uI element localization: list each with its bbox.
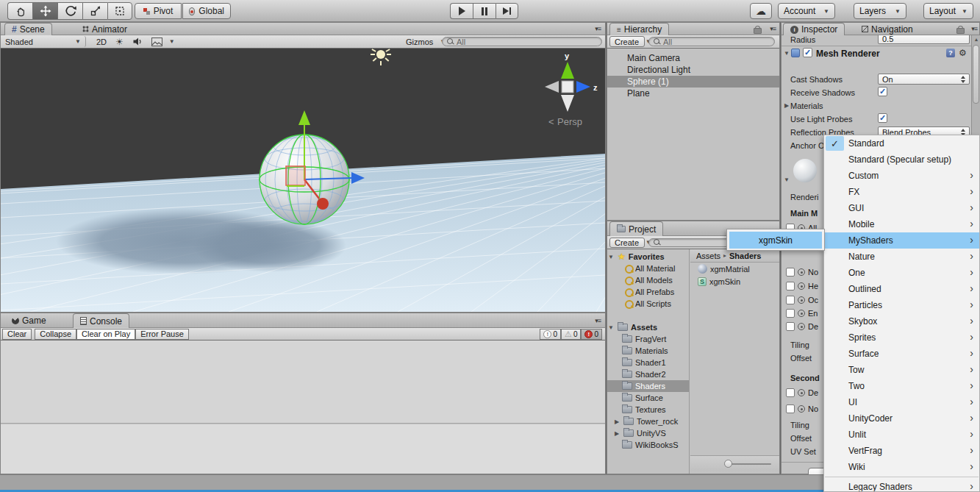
hierarchy-item-directional-light[interactable]: Directional Light <box>607 64 779 76</box>
foldout-closed-icon[interactable]: ▶ <box>613 418 620 425</box>
cloud-button[interactable]: ☁ <box>750 3 772 19</box>
error-counter[interactable]: !0 <box>581 329 602 340</box>
menu-item-unlit[interactable]: Unlit <box>824 427 979 443</box>
menu-item-particles[interactable]: Particles <box>824 297 979 313</box>
audio-toggle[interactable] <box>128 36 147 47</box>
foldout-open-icon[interactable]: ▼ <box>783 177 790 183</box>
clear-button[interactable]: Clear <box>2 329 32 340</box>
texture-picker-icon[interactable] <box>798 405 805 413</box>
info-counter[interactable]: !0 <box>540 329 561 340</box>
menu-item-sprites[interactable]: Sprites <box>824 329 979 346</box>
panel-menu-icon[interactable]: ▾≡ <box>595 25 601 32</box>
favorite-all-scripts[interactable]: All Scripts <box>607 298 689 310</box>
foldout-open-icon[interactable]: ▼ <box>607 324 615 331</box>
hierarchy-item-sphere[interactable]: Sphere (1) <box>607 76 779 88</box>
breadcrumb-root[interactable]: Assets <box>696 252 720 260</box>
menu-item-custom[interactable]: Custom <box>824 168 979 184</box>
hierarchy-item-plane[interactable]: Plane <box>607 88 779 99</box>
menu-item-mobile[interactable]: Mobile <box>824 216 979 232</box>
scale-tool-button[interactable] <box>82 2 107 20</box>
folder-fragvert[interactable]: FragVert <box>607 333 689 345</box>
scene-viewport[interactable]: y z < Persp <box>1 49 605 312</box>
tab-navigation[interactable]: Navigation <box>855 23 920 35</box>
rotate-tool-button[interactable] <box>57 2 82 20</box>
menu-item-one[interactable]: One <box>824 265 979 281</box>
folder-materials[interactable]: Materials <box>607 345 689 357</box>
texture-picker-icon[interactable] <box>798 323 805 330</box>
favorite-all-materials[interactable]: All Material <box>607 263 689 274</box>
menu-item-fx[interactable]: FX <box>824 184 979 200</box>
foldout-open-icon[interactable]: ▼ <box>607 254 615 260</box>
tab-inspector[interactable]: iInspector <box>783 23 845 35</box>
help-icon[interactable]: ? <box>946 49 955 57</box>
texture-checkbox[interactable] <box>786 388 795 397</box>
component-enabled-checkbox[interactable]: ✓ <box>803 48 812 57</box>
material-preview-sphere[interactable] <box>793 159 817 182</box>
tab-console[interactable]: Console <box>73 313 129 328</box>
menu-item-skybox[interactable]: Skybox <box>824 313 979 329</box>
menu-item-ui[interactable]: UI <box>824 394 979 410</box>
layers-dropdown[interactable]: Layers▼ <box>854 3 906 19</box>
project-create-button[interactable]: Create▼ <box>609 238 645 248</box>
menu-item-legacy-shaders[interactable]: Legacy Shaders <box>824 479 979 492</box>
menu-item-gui[interactable]: GUI <box>824 200 979 216</box>
console-detail-area[interactable] <box>1 424 605 474</box>
foldout-open-icon[interactable]: ▼ <box>783 50 790 57</box>
panel-menu-icon[interactable]: ▾≡ <box>971 25 977 32</box>
folder-unityvs[interactable]: ▶UnityVS <box>607 427 689 439</box>
file-xgmmatrial[interactable]: xgmMatrial <box>690 263 779 275</box>
scroll-up-icon[interactable]: ▲ <box>972 35 980 42</box>
rect-tool-button[interactable] <box>107 2 132 20</box>
zoom-slider-knob[interactable] <box>724 460 732 468</box>
texture-checkbox[interactable] <box>786 404 795 413</box>
persp-text[interactable]: Persp <box>557 116 582 127</box>
tab-project[interactable]: Project <box>609 221 663 236</box>
menu-item-two[interactable]: Two <box>824 378 979 394</box>
hierarchy-search-input[interactable]: All <box>648 37 775 46</box>
height-map-slot[interactable]: He <box>786 282 818 290</box>
texture-checkbox[interactable] <box>786 322 795 331</box>
radius-field[interactable]: 0.5 <box>878 35 970 44</box>
foldout-closed-icon[interactable]: ▶ <box>613 430 620 437</box>
texture-picker-icon[interactable] <box>798 389 805 396</box>
panel-menu-icon[interactable]: ▾≡ <box>595 317 601 324</box>
texture-checkbox[interactable] <box>786 282 795 290</box>
gizmo-cube[interactable] <box>562 81 573 93</box>
menu-item-standard-specular[interactable]: Standard (Specular setup) <box>824 151 979 168</box>
folder-shader1[interactable]: Shader1 <box>607 357 689 368</box>
folder-surface[interactable]: Surface <box>607 392 689 404</box>
folder-textures[interactable]: Textures <box>607 404 689 416</box>
breadcrumb-current[interactable]: Shaders <box>729 252 761 260</box>
menu-item-vertfrag[interactable]: VertFrag <box>824 443 979 459</box>
global-button[interactable]: Global <box>182 3 231 19</box>
assets-root-folder[interactable]: ▼Assets <box>607 321 689 333</box>
mesh-renderer-header[interactable]: ▼ ✓ Mesh Renderer ? ⚙ <box>782 46 971 60</box>
favorites-root[interactable]: ▼★Favorites <box>607 251 689 263</box>
texture-checkbox[interactable] <box>786 268 795 277</box>
menu-item-myshaders[interactable]: MyShaders <box>824 232 979 249</box>
account-dropdown[interactable]: Account▼ <box>778 3 835 19</box>
tab-game[interactable]: Game <box>5 313 53 328</box>
pivot-button[interactable]: Pivot <box>135 3 182 19</box>
occlusion-slot[interactable]: Oc <box>786 296 818 304</box>
texture-checkbox[interactable] <box>786 296 795 304</box>
step-button[interactable] <box>496 3 518 19</box>
menu-item-wiki[interactable]: Wiki <box>824 459 979 475</box>
gizmos-dropdown[interactable]: Gizmos▼ <box>401 36 438 47</box>
menu-item-unitycoder[interactable]: UnityCoder <box>824 410 979 427</box>
foldout-closed-icon[interactable]: ▶ <box>783 102 790 109</box>
effects-dropdown[interactable]: ▼ <box>147 36 179 47</box>
lock-icon[interactable] <box>956 26 963 34</box>
submenu-item-xgmskin[interactable]: xgmSkin <box>729 232 822 249</box>
move-tool-button[interactable] <box>32 2 57 20</box>
scene-search-input[interactable]: All <box>442 37 602 46</box>
menu-item-outlined[interactable]: Outlined <box>824 281 979 297</box>
shading-mode-dropdown[interactable]: Shaded▼ <box>1 36 86 47</box>
texture-picker-icon[interactable] <box>798 310 805 317</box>
x-axis-handle[interactable] <box>317 198 329 210</box>
detail-mask-slot[interactable]: De <box>786 322 818 331</box>
2d-toggle[interactable]: 2D <box>92 36 111 47</box>
folder-wikibooks[interactable]: WikiBooksS <box>607 439 689 451</box>
menu-item-standard[interactable]: ✓Standard <box>824 135 979 151</box>
texture-picker-icon[interactable] <box>798 282 805 290</box>
